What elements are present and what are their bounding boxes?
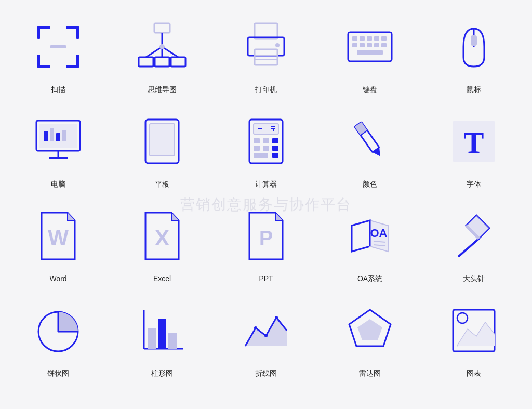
svg-rect-35 [357, 50, 383, 55]
svg-text:P: P [259, 227, 273, 249]
icon-item-ppt: P PPT [219, 205, 313, 284]
icon-item-excel: X Excel [115, 205, 209, 284]
icon-box-oa: OA [339, 205, 401, 267]
svg-rect-27 [367, 36, 372, 41]
svg-rect-12 [171, 57, 185, 67]
icon-label-pin: 大头针 [463, 274, 485, 284]
icon-box-font: T [443, 110, 505, 173]
svg-rect-28 [374, 36, 379, 41]
icon-label-calculator: 计算器 [255, 180, 277, 189]
svg-text:OA: OA [370, 227, 388, 240]
svg-text:T: T [464, 126, 484, 160]
svg-point-89 [275, 316, 278, 319]
svg-rect-3 [76, 26, 79, 39]
svg-rect-30 [352, 43, 357, 47]
svg-rect-41 [50, 128, 54, 141]
svg-rect-25 [352, 36, 357, 41]
icon-item-pie: 饼状图 [11, 299, 105, 378]
svg-rect-47 [150, 124, 175, 156]
icon-box-radar [339, 299, 401, 362]
svg-rect-11 [155, 57, 169, 67]
icon-item-radar: 雷达图 [323, 299, 417, 378]
svg-rect-33 [374, 43, 379, 47]
svg-rect-1 [37, 26, 40, 39]
svg-point-88 [264, 334, 268, 337]
icon-label-radar: 雷达图 [359, 369, 381, 378]
icon-label-scan: 扫描 [51, 85, 65, 95]
icon-label-printer: 打印机 [255, 85, 277, 95]
svg-rect-40 [44, 131, 48, 141]
svg-line-77 [458, 239, 479, 257]
icon-label-monitor: 电脑 [51, 180, 65, 189]
icon-label-color: 颜色 [363, 180, 377, 189]
icon-label-excel: Excel [153, 274, 171, 283]
svg-rect-61 [272, 146, 278, 151]
svg-rect-65 [355, 122, 368, 136]
svg-rect-8 [50, 45, 66, 48]
svg-rect-59 [254, 146, 260, 151]
svg-text:W: W [48, 226, 69, 250]
svg-rect-29 [381, 36, 387, 41]
icon-box-printer [235, 16, 297, 78]
svg-rect-62 [254, 153, 268, 158]
icon-item-monitor: 电脑 [11, 110, 105, 189]
svg-rect-43 [62, 130, 66, 141]
svg-rect-10 [139, 57, 153, 67]
icon-item-mindmap: 思维导图 [115, 16, 209, 95]
svg-rect-34 [381, 43, 387, 47]
icon-box-monitor [27, 110, 89, 173]
icon-box-tablet [131, 110, 193, 173]
icon-grid: 扫描 思维导图 [11, 16, 521, 378]
icon-box-pie [27, 299, 89, 362]
icon-box-mouse [443, 16, 505, 78]
svg-rect-7 [76, 55, 79, 68]
icon-box-chart [443, 299, 505, 362]
icon-item-scan: 扫描 [11, 16, 105, 95]
icon-box-calculator [235, 110, 297, 173]
icon-label-keyboard: 键盘 [363, 85, 377, 95]
icon-label-font: 字体 [467, 180, 481, 189]
icon-item-calculator: 计算器 [219, 110, 313, 189]
svg-marker-66 [373, 148, 384, 159]
svg-rect-60 [263, 146, 269, 151]
svg-line-16 [162, 47, 178, 57]
icon-item-font: T 字体 [427, 110, 521, 189]
svg-line-14 [146, 47, 162, 57]
icon-item-chart: 图表 [427, 299, 521, 378]
icon-item-color: 颜色 [323, 110, 417, 189]
icon-label-mindmap: 思维导图 [148, 85, 177, 95]
icon-box-mindmap [131, 16, 193, 78]
svg-rect-63 [272, 153, 278, 158]
svg-point-17 [159, 44, 165, 49]
icon-box-scan [27, 16, 89, 78]
icon-item-mouse: 鼠标 [427, 16, 521, 95]
icon-label-bar: 柱形图 [151, 369, 173, 378]
icon-label-tablet: 平板 [155, 180, 169, 189]
icon-label-oa: OA系统 [357, 274, 382, 284]
svg-point-87 [254, 326, 257, 329]
svg-rect-42 [56, 133, 60, 141]
icon-item-pin: 大头针 [427, 205, 521, 284]
icon-label-ppt: PPT [259, 274, 273, 283]
icon-box-pin [443, 205, 505, 267]
svg-rect-58 [272, 138, 278, 143]
svg-rect-37 [471, 35, 477, 46]
icon-box-bar [131, 299, 193, 362]
svg-point-23 [275, 43, 280, 47]
icon-box-color [339, 110, 401, 173]
svg-marker-91 [357, 319, 382, 340]
icon-box-line [235, 299, 297, 362]
svg-rect-5 [37, 55, 40, 68]
icon-item-oa: OA OA系统 [323, 205, 417, 284]
icon-label-chart: 图表 [467, 369, 481, 378]
svg-rect-32 [367, 43, 372, 47]
icon-item-printer: 打印机 [219, 16, 313, 95]
svg-text:X: X [155, 226, 169, 250]
svg-rect-84 [148, 328, 156, 349]
icon-label-word: Word [49, 274, 66, 283]
svg-rect-57 [263, 138, 269, 143]
icon-label-pie: 饼状图 [47, 369, 69, 378]
svg-rect-85 [158, 319, 166, 349]
icon-box-ppt: P [235, 205, 297, 267]
icon-box-keyboard [339, 16, 401, 78]
